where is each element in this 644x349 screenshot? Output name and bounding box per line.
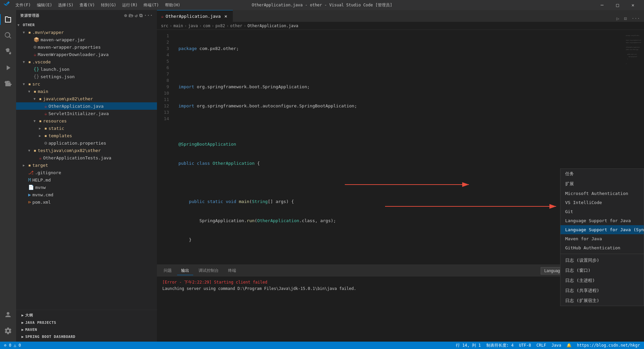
dd-item-log-window[interactable]: 日志 (窗口): [560, 265, 644, 276]
java-file-icon: ☕: [39, 155, 42, 160]
bc-com[interactable]: com: [203, 23, 210, 28]
dd-item-ms-auth[interactable]: Microsoft Authentication: [560, 189, 644, 198]
status-line-col[interactable]: 行 14, 列 1: [454, 343, 482, 348]
chevron-down-icon: ▼: [34, 97, 39, 101]
bc-src[interactable]: src: [161, 23, 168, 28]
help-md-label: HELP.md: [32, 178, 51, 183]
menu-view[interactable]: 查看(V): [77, 1, 98, 9]
tab-close-button[interactable]: ✕: [223, 13, 229, 19]
panel-tab-debug[interactable]: 调试控制台: [195, 266, 223, 275]
more-icon[interactable]: ···: [144, 13, 153, 18]
new-folder-icon[interactable]: 🗁: [128, 13, 133, 18]
sidebar-item-mvnw[interactable]: 📄 mvnw: [16, 184, 157, 191]
sidebar-item-vscode-dir[interactable]: ▼ ▪ .vscode: [16, 58, 157, 65]
dd-item-github-auth[interactable]: GitHub Authentication: [560, 243, 644, 252]
close-button[interactable]: ✕: [625, 0, 641, 10]
sidebar-item-mvnw-cmd[interactable]: ▶ mvnw.cmd: [16, 191, 157, 198]
status-error-count[interactable]: ⊘ 0 △ 0: [3, 343, 22, 348]
status-language[interactable]: Java: [550, 343, 562, 348]
menu-terminal[interactable]: 终端(T): [141, 1, 162, 9]
java-projects-section[interactable]: ▶ JAVA PROJECTS: [19, 319, 154, 326]
bc-java[interactable]: java: [188, 23, 198, 28]
sidebar-section-other[interactable]: ▼ OTHER: [16, 21, 157, 29]
sidebar-item-maven-wrapper-properties[interactable]: ⚙ maven-wrapper.properties: [16, 43, 157, 51]
window-title: OtherApplication.java - other - Visual S…: [252, 2, 392, 8]
menu-file[interactable]: 文件(F): [13, 1, 34, 9]
settings-activity-icon[interactable]: [0, 323, 16, 339]
more-actions-icon[interactable]: ···: [630, 15, 641, 22]
minimize-button[interactable]: ─: [594, 0, 610, 10]
status-url-link[interactable]: https://blog.csdn.net/hkgr: [576, 343, 641, 348]
panel-tab-terminal[interactable]: 终端: [224, 266, 240, 275]
new-file-icon[interactable]: ⊕: [124, 13, 127, 18]
scm-activity-icon[interactable]: [0, 44, 16, 60]
collapse-all-icon[interactable]: ⧉: [139, 13, 143, 18]
sidebar-item-servletinitializer-java[interactable]: ☕ ServletInitializer.java: [16, 110, 157, 117]
sidebar-item-gitignore[interactable]: ⎇ .gitignore: [16, 169, 157, 176]
panel-tab-output[interactable]: 输出: [177, 266, 193, 275]
dd-item-log-sync[interactable]: 日志 (设置同步): [560, 255, 644, 265]
menu-goto[interactable]: 转到(G): [98, 1, 119, 9]
dd-item-log-ext[interactable]: 日志 (扩展宿主): [560, 296, 644, 306]
sidebar-item-application-properties[interactable]: ⚙ application.properties: [16, 139, 157, 147]
sidebar: 资源管理器 ⊕ 🗁 ↺ ⧉ ··· ▼ OTHER ▼ ▪ .mvn\wrapp…: [16, 10, 157, 342]
bc-file[interactable]: OtherApplication.java: [248, 23, 299, 28]
status-bar-right: 行 14, 列 1 制表符长度: 4 UTF-8 CRLF Java 🔔 htt…: [454, 343, 641, 348]
refresh-icon[interactable]: ↺: [135, 13, 138, 18]
split-editor-icon[interactable]: ⊡: [623, 15, 628, 22]
maximize-button[interactable]: □: [610, 0, 625, 10]
launch-json-label: launch.json: [41, 67, 69, 72]
bc-main[interactable]: main: [173, 23, 183, 28]
dd-item-lang-java[interactable]: Language Support for Java: [560, 216, 644, 225]
dd-item-maven[interactable]: Maven for Java: [560, 234, 644, 243]
editor-tab-otherapplication[interactable]: ☕ OtherApplication.java ✕: [157, 10, 233, 22]
sidebar-item-main-dir[interactable]: ▼ ▪ main: [16, 88, 157, 95]
dd-item-lang-java-syntax[interactable]: Language Support for Java (Syntax Server…: [560, 225, 644, 234]
breadcrumb: src › main › java › com › px82 › other ›…: [157, 22, 644, 30]
sidebar-item-mvn-wrapper-dir[interactable]: ▼ ▪ .mvn\wrapper: [16, 29, 157, 36]
sidebar-item-mavenwrapper-downloader[interactable]: ☕ MavenWrapperDownloader.java: [16, 51, 157, 58]
menu-select[interactable]: 选择(S): [55, 1, 76, 9]
menu-help[interactable]: 帮助(H): [162, 1, 183, 9]
sidebar-item-templates-dir[interactable]: ▶ ▪ templates: [16, 132, 157, 139]
sidebar-item-launch-json[interactable]: {} launch.json: [16, 65, 157, 73]
menu-edit[interactable]: 编辑(E): [34, 1, 55, 9]
dd-item-task[interactable]: 任务: [560, 169, 644, 179]
status-encoding[interactable]: UTF-8: [518, 343, 532, 348]
sidebar-item-java-com-px82-other[interactable]: ▼ ▪ java\com\px82\other: [16, 95, 157, 102]
sidebar-item-settings-json[interactable]: {} settings.json: [16, 73, 157, 80]
dd-item-log-shared[interactable]: 日志 (共享进程): [560, 286, 644, 296]
extensions-activity-icon[interactable]: [0, 76, 16, 92]
panel-tab-problems[interactable]: 问题: [160, 266, 176, 275]
sidebar-item-src-dir[interactable]: ▼ ▪ src: [16, 80, 157, 88]
sidebar-item-pom-xml[interactable]: ⊳ pom.xml: [16, 198, 157, 206]
outline-section[interactable]: ▶ 大纲: [19, 311, 154, 319]
search-activity-icon[interactable]: [0, 28, 16, 44]
dd-item-vs-intellicode[interactable]: VS IntelliCode: [560, 198, 644, 207]
sidebar-item-maven-wrapper-jar[interactable]: 📦 maven-wrapper.jar: [16, 36, 157, 43]
explorer-activity-icon[interactable]: [0, 11, 16, 28]
git-icon: ⎇: [28, 170, 34, 175]
sidebar-item-target-dir[interactable]: ▶ ▪ target: [16, 161, 157, 169]
springboot-section[interactable]: ▶ SPRING BOOT DASHBOARD: [19, 333, 154, 340]
sidebar-item-static-dir[interactable]: ▶ ▪ static: [16, 124, 157, 132]
code-content[interactable]: package com.px82.other; import org.sprin…: [173, 30, 624, 264]
sidebar-item-resources-dir[interactable]: ▼ ▪ resources: [16, 117, 157, 124]
bc-px82[interactable]: px82: [215, 23, 225, 28]
account-activity-icon[interactable]: [0, 307, 16, 323]
dd-item-expand[interactable]: 扩展: [560, 179, 644, 189]
menu-run[interactable]: 运行(R): [119, 1, 140, 9]
debug-activity-icon[interactable]: [0, 60, 16, 76]
status-notification[interactable]: 🔔: [565, 343, 573, 348]
sidebar-item-otherapplication-java[interactable]: ☕ OtherApplication.java: [16, 102, 157, 110]
maven-section[interactable]: ▶ MAVEN: [19, 326, 154, 333]
status-tab-size[interactable]: 制表符长度: 4: [485, 343, 515, 348]
dd-item-log-main[interactable]: 日志 (主进程): [560, 276, 644, 286]
sidebar-item-test-dir[interactable]: ▼ ▪ test\java\com\px82\other: [16, 147, 157, 154]
sidebar-item-help-md[interactable]: M HELP.md: [16, 176, 157, 184]
status-eol[interactable]: CRLF: [535, 343, 547, 348]
bc-other[interactable]: other: [230, 23, 242, 28]
sidebar-item-otherapplicationtests-java[interactable]: ☕ OtherApplicationTests.java: [16, 154, 157, 161]
run-icon[interactable]: ▷: [615, 15, 621, 22]
dd-item-git[interactable]: Git: [560, 207, 644, 216]
